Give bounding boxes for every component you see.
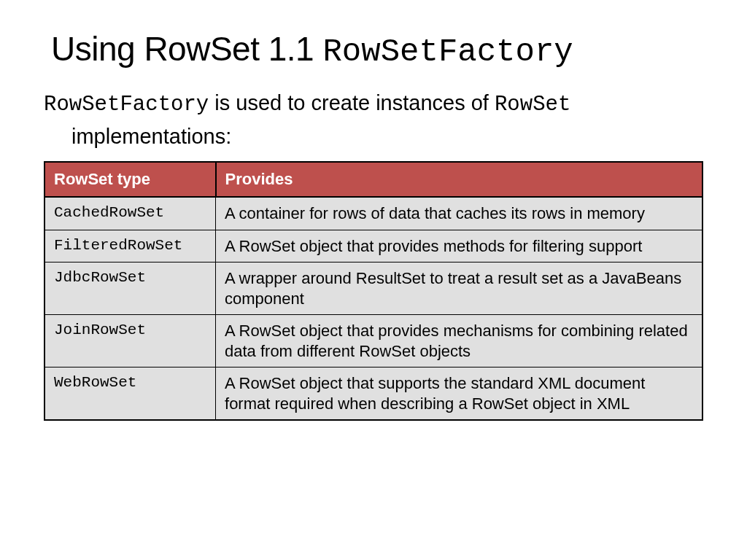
slide-title: Using RowSet 1.1 RowSetFactory [44,29,703,70]
subtitle-line2: implementations: [44,121,703,153]
subtitle-mono-2: RowSet [495,93,570,117]
subtitle-mid: is used to create instances of [209,91,495,114]
cell-desc: A RowSet object that supports the standa… [216,368,703,421]
cell-desc: A container for rows of data that caches… [216,197,703,230]
table-row: JdbcRowSet A wrapper around ResultSet to… [44,262,703,315]
table-header-row: RowSet type Provides [44,162,703,197]
table-row: FilteredRowSet A RowSet object that prov… [44,230,703,262]
title-mono: RowSetFactory [322,34,573,70]
slide: Using RowSet 1.1 RowSetFactory RowSetFac… [0,0,747,450]
cell-type: JoinRowSet [44,315,216,368]
table-row: CachedRowSet A container for rows of dat… [44,197,703,230]
subtitle-mono-1: RowSetFactory [44,93,209,117]
title-prefix: Using RowSet 1.1 [51,30,322,68]
cell-desc: A RowSet object that provides mechanisms… [216,315,703,368]
cell-type: JdbcRowSet [44,262,216,315]
cell-type: WebRowSet [44,368,216,421]
cell-desc: A wrapper around ResultSet to treat a re… [216,262,703,315]
header-type: RowSet type [44,162,216,197]
table-row: JoinRowSet A RowSet object that provides… [44,315,703,368]
table-row: WebRowSet A RowSet object that supports … [44,368,703,421]
header-provides: Provides [216,162,703,197]
rowset-table: RowSet type Provides CachedRowSet A cont… [44,161,703,421]
cell-desc: A RowSet object that provides methods fo… [216,230,703,262]
slide-subtitle: RowSetFactory is used to create instance… [44,88,703,152]
cell-type: CachedRowSet [44,197,216,230]
cell-type: FilteredRowSet [44,230,216,262]
